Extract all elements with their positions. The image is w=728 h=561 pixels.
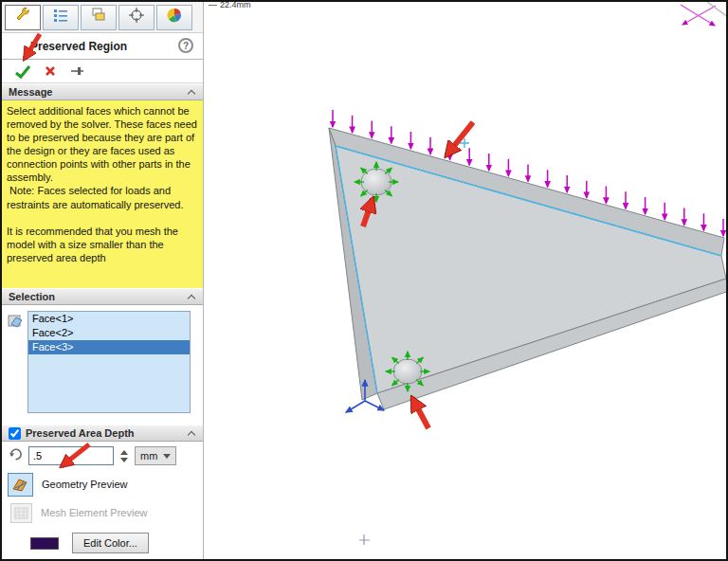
list-item-face3[interactable]: Face<3> [28,340,190,354]
depth-stepper[interactable] [118,450,130,462]
preserved-area-depth-checkbox[interactable] [9,427,21,440]
color-row: Edit Color... [2,527,203,553]
message-section-label: Message [9,86,52,98]
stepper-down-icon[interactable] [120,458,128,462]
list-item-face2[interactable]: Face<2> [28,326,190,340]
geometry-preview-button[interactable] [8,473,33,497]
mesh-element-preview-button [10,503,32,523]
face-select-icon [8,313,24,333]
tab-property-manager[interactable] [5,5,41,30]
mesh-preview-row: Mesh Element Preview [2,498,203,527]
chevron-down-icon [163,454,171,459]
unit-dropdown[interactable]: mm [135,446,176,465]
edit-color-button[interactable]: Edit Color... [72,533,149,553]
collapse-chevron-icon [188,90,195,98]
depth-input-row: mm [2,442,203,470]
graphics-viewport[interactable]: 22.4mm [205,2,726,559]
page-title: Preserved Region [30,40,127,53]
cancel-button[interactable] [44,64,57,78]
color-swatch [30,537,59,550]
list-item-face1[interactable]: Face<1> [28,312,190,326]
reverse-direction-icon[interactable] [8,446,24,466]
selection-section-label: Selection [9,291,55,302]
tab-display-manager[interactable] [156,5,192,30]
dimension-label: 22.4mm [220,0,251,9]
unit-value: mm [140,450,157,461]
panel-title-row: Preserved Region ? [2,33,203,59]
selection-body: Face<1> Face<2> Face<3> [2,305,203,425]
mesh-element-preview-label: Mesh Element Preview [41,507,148,518]
help-button[interactable]: ? [178,38,193,53]
face-selection-list[interactable]: Face<1> Face<2> Face<3> [27,311,191,413]
display-manager-tab-icon [165,6,184,28]
configuration-manager-tab-icon [89,6,108,28]
pushpin-button[interactable] [69,63,84,79]
solidworks-window: Preserved Region ? Message Select additi… [0,0,728,561]
tab-dimxpert-manager[interactable] [118,5,155,30]
message-text: Select additional faces which cannot be … [2,100,203,288]
depth-value-input[interactable] [28,446,114,465]
manager-tab-bar [2,2,203,33]
dimxpert-tab-icon [127,6,146,28]
property-manager-panel: Preserved Region ? Message Select additi… [2,2,204,559]
preserved-area-depth-header[interactable]: Preserved Area Depth [2,425,203,442]
message-section-header[interactable]: Message [2,83,203,100]
feature-manager-tab-icon [51,6,70,28]
geometry-preview-label: Geometry Preview [42,479,127,490]
geometry-preview-row: Geometry Preview [2,470,203,498]
dimension-line [209,5,217,6]
selection-section-header[interactable]: Selection [2,288,203,305]
preserved-area-depth-label: Preserved Area Depth [26,427,135,439]
pm-action-bar [2,60,203,83]
property-manager-tab-icon [13,6,32,28]
stepper-up-icon[interactable] [120,450,128,455]
collapse-chevron-icon [188,295,195,302]
ok-button[interactable] [14,63,31,80]
collapse-chevron-icon [188,431,195,439]
tab-feature-manager[interactable] [43,5,79,30]
tab-configuration-manager[interactable] [81,5,117,30]
